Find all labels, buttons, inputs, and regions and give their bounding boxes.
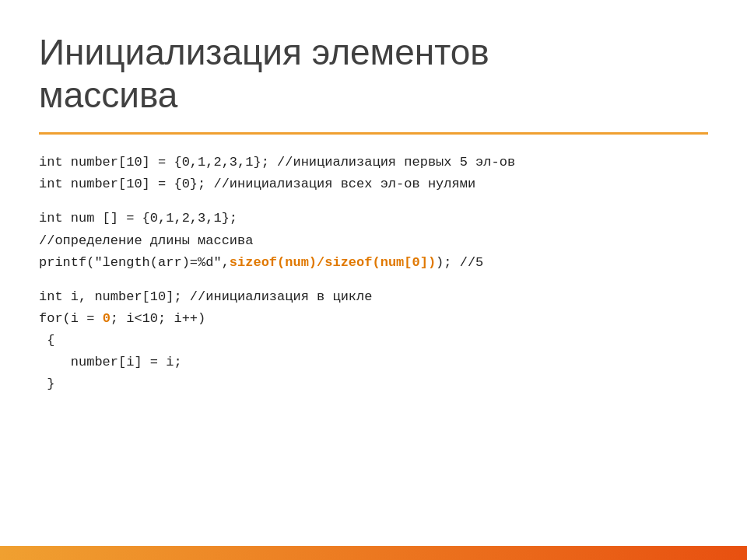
blank-2: [39, 274, 708, 286]
title-line2: массива: [39, 75, 177, 115]
highlight-zero: 0: [103, 311, 110, 326]
code-line-7: for(i = 0; i<10; i++): [39, 308, 708, 330]
title-line1: Инициализация элементов: [39, 32, 489, 72]
code-line-8: {: [39, 330, 708, 352]
code-line-3: int num [] = {0,1,2,3,1};: [39, 208, 708, 229]
code-line-9: number[i] = i;: [39, 352, 708, 373]
code-section: int number[10] = {0,1,2,3,1}; //инициали…: [39, 152, 708, 394]
code-line-5: printf("length(arr)=%d",sizeof(num)/size…: [39, 252, 708, 274]
code-line-1: int number[10] = {0,1,2,3,1}; //инициали…: [39, 152, 708, 173]
divider-line: [39, 132, 708, 135]
code-line-2: int number[10] = {0}; //инициализация вс…: [39, 173, 708, 195]
code-line-6: int i, number[10]; //инициализация в цик…: [39, 286, 708, 308]
slide-container: Инициализация элементов массива int numb…: [0, 0, 747, 560]
code-line-10: }: [39, 373, 708, 395]
title-section: Инициализация элементов массива: [39, 31, 708, 117]
code-line-4: //определение длины массива: [39, 230, 708, 252]
blank-1: [39, 195, 708, 208]
highlight-sizeof: sizeof(num)/sizeof(num[0]): [230, 255, 436, 270]
bottom-bar: [0, 546, 747, 560]
slide-title: Инициализация элементов массива: [39, 31, 708, 117]
